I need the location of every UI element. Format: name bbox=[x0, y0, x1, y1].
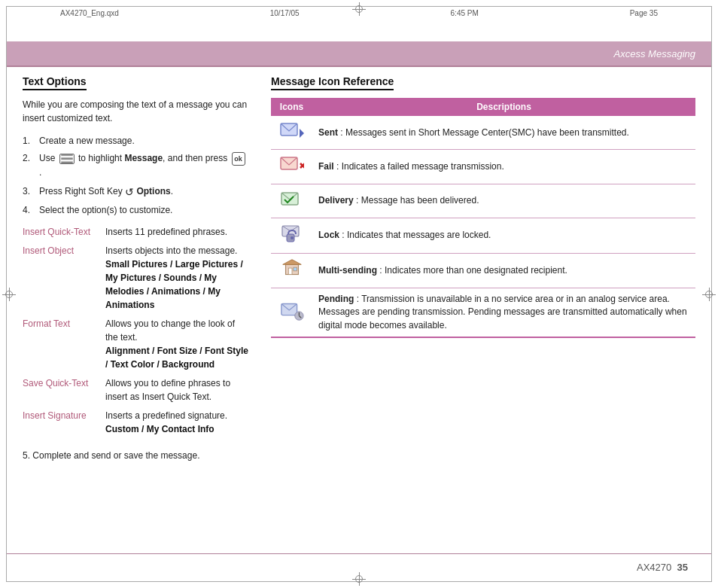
footer-line bbox=[7, 553, 711, 555]
svg-rect-2 bbox=[61, 162, 72, 164]
option-desc: Allows you to change the look of the tex… bbox=[105, 315, 248, 375]
option-desc: Inserts 11 predefined phrases. bbox=[105, 224, 248, 242]
left-section-title: Text Options bbox=[23, 75, 87, 90]
crosshair-right bbox=[702, 288, 716, 301]
table-row-fail: Fail : Indicates a failed message transm… bbox=[271, 150, 695, 184]
svg-rect-1 bbox=[61, 158, 72, 160]
crosshair-bottom bbox=[352, 572, 366, 586]
option-name: Insert Quick-Text bbox=[23, 224, 105, 242]
table-row-lock: Lock : Indicates that messages are locke… bbox=[271, 218, 695, 253]
fail-icon bbox=[280, 154, 304, 175]
meta-filename: AX4270_Eng.qxd bbox=[60, 9, 119, 17]
multi-sending-icon bbox=[280, 258, 304, 279]
option-desc: Inserts objects into the message. Small … bbox=[105, 242, 248, 315]
svg-marker-4 bbox=[300, 129, 304, 138]
option-save-quick-text: Save Quick-Text Allows you to define phr… bbox=[23, 375, 248, 407]
right-column: Message Icon Reference Icons Description… bbox=[271, 75, 695, 547]
icon-cell-pending bbox=[271, 288, 312, 337]
option-desc: Inserts a predefined signature. Custom /… bbox=[105, 407, 248, 440]
option-name: Save Quick-Text bbox=[23, 375, 105, 407]
step-4: 4. Select the option(s) to customize. bbox=[23, 203, 248, 218]
ok-button-icon: ok bbox=[232, 152, 245, 166]
svg-rect-15 bbox=[293, 267, 297, 271]
footer-text: AX4270 35 bbox=[637, 562, 688, 573]
svg-rect-14 bbox=[288, 268, 292, 274]
option-insert-object: Insert Object Inserts objects into the m… bbox=[23, 242, 248, 315]
icon-reference-table: Icons Descriptions bbox=[271, 98, 695, 338]
header-title: Axcess Messaging bbox=[614, 41, 695, 66]
right-section-title: Message Icon Reference bbox=[271, 75, 394, 90]
desc-cell-lock: Lock : Indicates that messages are locke… bbox=[312, 218, 695, 253]
desc-cell-sent: Sent : Messages sent in Short Message Ce… bbox=[312, 116, 695, 150]
table-row-pending: Pending : Transmission is unavailable in… bbox=[271, 288, 695, 337]
icon-cell-fail bbox=[271, 150, 312, 184]
header-line bbox=[7, 66, 711, 67]
header-icons: Icons bbox=[271, 98, 312, 116]
option-desc: Allows you to define phrases to insert a… bbox=[105, 375, 248, 407]
header-band bbox=[7, 41, 711, 66]
crosshair-left bbox=[2, 288, 16, 301]
lock-icon bbox=[280, 223, 304, 244]
left-column: Text Options While you are composing the… bbox=[23, 75, 248, 547]
step-1: 1. Create a new message. bbox=[23, 134, 248, 148]
svg-rect-0 bbox=[61, 154, 72, 157]
desc-cell-pending: Pending : Transmission is unavailable in… bbox=[312, 288, 695, 337]
menu-nav-icon bbox=[59, 154, 75, 164]
option-name: Insert Signature bbox=[23, 407, 105, 440]
desc-cell-multi: Multi-sending : Indicates more than one … bbox=[312, 253, 695, 288]
pending-icon bbox=[280, 300, 304, 321]
step-2: 2. Use to highlight Message, and then pr… bbox=[23, 151, 248, 180]
icon-cell-multi bbox=[271, 253, 312, 288]
meta-page: Page 35 bbox=[630, 9, 658, 17]
desc-cell-fail: Fail : Indicates a failed message transm… bbox=[312, 150, 695, 184]
options-table: Insert Quick-Text Inserts 11 predefined … bbox=[23, 224, 248, 440]
svg-point-11 bbox=[291, 236, 294, 239]
icon-cell-sent bbox=[271, 116, 312, 150]
delivery-icon bbox=[280, 189, 304, 210]
desc-cell-delivery: Delivery : Message has been delivered. bbox=[312, 184, 695, 218]
icon-cell-delivery bbox=[271, 184, 312, 218]
crosshair-top bbox=[352, 2, 366, 16]
step-5: 5. Complete and send or save the message… bbox=[23, 449, 248, 463]
icon-cell-lock bbox=[271, 218, 312, 253]
table-row-multi: Multi-sending : Indicates more than one … bbox=[271, 253, 695, 288]
option-name: Format Text bbox=[23, 315, 105, 375]
content-area: Text Options While you are composing the… bbox=[23, 75, 695, 547]
steps-list: 1. Create a new message. 2. Use to highl… bbox=[23, 134, 248, 218]
option-format-text: Format Text Allows you to change the loo… bbox=[23, 315, 248, 375]
meta-date: 10/17/05 bbox=[270, 9, 300, 17]
option-insert-signature: Insert Signature Inserts a predefined si… bbox=[23, 407, 248, 440]
intro-text: While you are composing the text of a me… bbox=[23, 98, 248, 125]
table-header-row: Icons Descriptions bbox=[271, 98, 695, 116]
sent-icon bbox=[280, 120, 304, 142]
step-3: 3. Press Right Soft Key ↺ Options. bbox=[23, 184, 248, 200]
soft-key-icon: ↺ bbox=[125, 186, 134, 198]
table-row-sent: Sent : Messages sent in Short Message Ce… bbox=[271, 116, 695, 150]
meta-time: 6:45 PM bbox=[451, 9, 479, 17]
table-row-delivery: Delivery : Message has been delivered. bbox=[271, 184, 695, 218]
svg-marker-13 bbox=[282, 259, 300, 264]
header-descriptions: Descriptions bbox=[312, 98, 695, 116]
option-name: Insert Object bbox=[23, 242, 105, 315]
option-insert-quick-text: Insert Quick-Text Inserts 11 predefined … bbox=[23, 224, 248, 242]
